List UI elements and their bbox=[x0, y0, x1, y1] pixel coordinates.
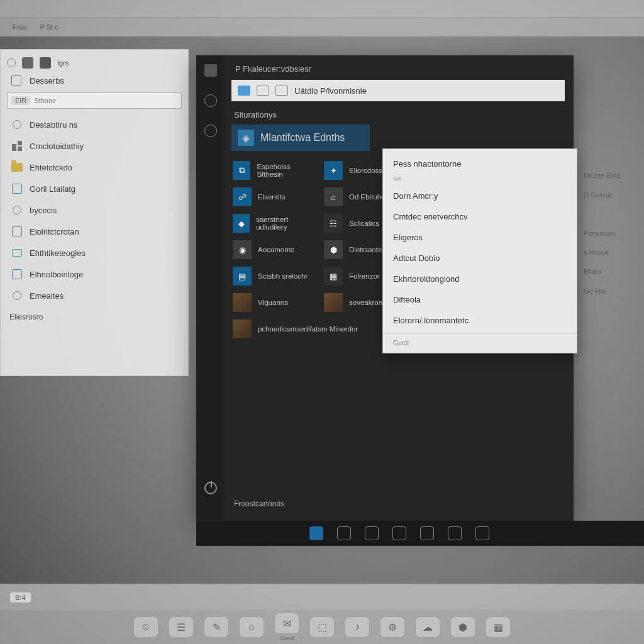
dock-icon[interactable]: ⚙ bbox=[380, 616, 405, 638]
highlighted-app[interactable]: ◈ Mlantifctwa Ednths bbox=[231, 125, 370, 151]
context-item[interactable]: Elororn/.lonnmantetc bbox=[383, 310, 577, 331]
tile-icon: ⬢ bbox=[324, 240, 343, 259]
dock-icon[interactable]: ✉ bbox=[274, 613, 299, 634]
disk-icon bbox=[12, 249, 22, 257]
explorer-item[interactable]: bycecis bbox=[1, 199, 188, 221]
dark-taskbar bbox=[196, 521, 644, 546]
context-item[interactable]: Difteola bbox=[383, 289, 577, 310]
explorer-item[interactable]: Ehtetctckdo bbox=[1, 157, 188, 178]
app-label: soveakron bbox=[349, 299, 382, 306]
context-item[interactable]: Adtcut Dobio bbox=[383, 248, 577, 269]
context-sub: ius bbox=[383, 175, 577, 186]
menu-icon[interactable] bbox=[204, 64, 217, 77]
item-label: Ehtetctckdo bbox=[30, 163, 72, 172]
taskbar-icon[interactable] bbox=[365, 526, 379, 540]
explorer-item[interactable]: Eiolntctcrotan bbox=[1, 221, 188, 242]
app-label: Sctsbh srelochr bbox=[258, 272, 308, 280]
taskbar-icon[interactable] bbox=[392, 526, 406, 540]
explorer-filter[interactable]: EIR Sthone bbox=[7, 92, 182, 109]
dock-icon[interactable]: ☰ bbox=[169, 616, 194, 638]
tile-icon: ▦ bbox=[324, 267, 343, 286]
app-tile[interactable]: Vlguanns bbox=[231, 291, 316, 314]
square-icon bbox=[11, 75, 21, 86]
taskbar-start-icon[interactable] bbox=[309, 526, 323, 540]
folder-icon bbox=[257, 86, 269, 96]
item-label: Emealtes bbox=[30, 291, 64, 301]
dock: ☺ ☰ ✎ ⌂ ✉Gosal ⬚ ♪ ⚙ ☁ ⬢ ▦ bbox=[0, 610, 644, 644]
explorer-item[interactable]: Crnclotoidathiy bbox=[1, 135, 188, 157]
context-item[interactable]: Ekhrtoroldongiond bbox=[383, 269, 577, 289]
app-tile[interactable]: ▤Sctsbh srelochr bbox=[231, 264, 316, 288]
explorer-heading[interactable]: Desserbs bbox=[1, 71, 188, 90]
explorer-item[interactable]: Elhnolboinloge bbox=[1, 264, 188, 285]
dock-icon[interactable]: ⬚ bbox=[309, 616, 335, 638]
dock-icon[interactable]: ☁ bbox=[415, 616, 440, 638]
dock-icon[interactable]: ☺ bbox=[133, 616, 158, 638]
browser-tab[interactable]: Frlsc bbox=[13, 23, 28, 31]
app-tile[interactable]: ☍Elsentits bbox=[231, 185, 316, 209]
dock-icon[interactable]: ✎ bbox=[204, 616, 229, 638]
user-avatar-icon[interactable] bbox=[7, 58, 16, 67]
rail-icon[interactable] bbox=[204, 125, 217, 137]
browser-tab[interactable]: P St c bbox=[40, 23, 58, 31]
tile-icon: ☷ bbox=[324, 214, 343, 233]
explorer-topbar: Igrs bbox=[1, 55, 188, 71]
app-label: saerstnert udludilery bbox=[256, 216, 315, 231]
taskbar-icon[interactable] bbox=[448, 526, 462, 540]
app-label: Eliorcdoss bbox=[349, 167, 382, 174]
power-icon[interactable] bbox=[204, 482, 217, 494]
app-label: Sclicatics bbox=[349, 219, 379, 227]
taskbar-icon[interactable] bbox=[420, 526, 434, 540]
app-grid: ⧉Espehoiss Sfthesin ✦Eliorcdoss ☍Elsenti… bbox=[231, 158, 408, 341]
app-tile[interactable]: ⧉Espehoiss Sfthesin bbox=[231, 158, 316, 182]
context-footer[interactable]: Gvctl bbox=[383, 333, 577, 349]
bg-label: Bfldra bbox=[584, 262, 640, 282]
taskbar-icon[interactable] bbox=[475, 526, 489, 540]
generic-icon bbox=[13, 206, 21, 214]
app-tile[interactable]: ◉Aocamonte bbox=[231, 238, 316, 262]
heading-label: Desserbs bbox=[30, 76, 64, 86]
context-item[interactable]: Cmtdec enetverchcv bbox=[383, 206, 577, 227]
bg-label: Penantaro bbox=[584, 224, 640, 243]
start-rail bbox=[196, 55, 225, 521]
rail-icon[interactable] bbox=[204, 94, 217, 107]
item-label: bycecis bbox=[30, 206, 57, 215]
explorer-panel: Igrs Desserbs EIR Sthone Destabtiru ns C… bbox=[0, 49, 189, 376]
tile-icon: ▤ bbox=[233, 267, 252, 286]
topbar-label: Igrs bbox=[57, 59, 69, 67]
explorer-item[interactable]: Emealtes bbox=[1, 285, 188, 306]
background-shortcuts: Drutne BMa O Gsonih Penantaro s Hosse Bf… bbox=[584, 166, 640, 301]
tile-icon: ✦ bbox=[324, 161, 343, 180]
view-icon[interactable] bbox=[40, 57, 51, 69]
generic-icon bbox=[13, 120, 21, 129]
app-tile[interactable]: pchnedicsmsedifatsm Minerdor bbox=[231, 317, 408, 341]
address-bar[interactable]: Uátdlo P/lvonmisnle bbox=[231, 80, 565, 101]
explorer-item[interactable]: Destabtiru ns bbox=[1, 114, 188, 135]
dock-icon[interactable]: ⌂ bbox=[239, 616, 264, 638]
app-label: Espehoiss Sfthesin bbox=[257, 163, 315, 178]
tile-icon: ◆ bbox=[233, 214, 250, 233]
chip-icon bbox=[12, 269, 22, 279]
dock-icon[interactable]: ♪ bbox=[345, 616, 370, 638]
bg-label: Drutne BMa bbox=[584, 166, 640, 186]
start-footer: Froostcartónós bbox=[231, 494, 565, 516]
bg-label: s Hosse bbox=[584, 243, 640, 262]
dock-icon[interactable]: ▦ bbox=[486, 616, 511, 638]
app-tile[interactable]: ◆saerstnert udludilery bbox=[231, 211, 316, 235]
explorer-item[interactable]: Goril Ltailatg bbox=[1, 178, 188, 199]
taskbar-icon[interactable] bbox=[337, 526, 351, 540]
view-icon[interactable] bbox=[22, 57, 33, 69]
explorer-footer: Eliesrosro bbox=[1, 306, 188, 328]
item-label: Destabtiru ns bbox=[30, 120, 78, 130]
app-icon bbox=[238, 86, 250, 96]
tile-icon: ◈ bbox=[238, 130, 254, 146]
browser-tabstrip: Frlsc P St c bbox=[0, 18, 644, 36]
context-item[interactable]: Dorn Amcr:y bbox=[383, 186, 577, 206]
address-text: Uátdlo P/lvonmisnle bbox=[294, 86, 367, 96]
dock-icon[interactable]: ⬢ bbox=[450, 616, 475, 638]
context-item[interactable]: Eligeros bbox=[383, 227, 577, 248]
tile-icon bbox=[324, 293, 343, 312]
bg-label: Go Flte bbox=[584, 282, 640, 301]
item-label: Ehthtiketeogles bbox=[30, 248, 86, 258]
explorer-item[interactable]: Ehthtiketeogles bbox=[1, 242, 188, 264]
